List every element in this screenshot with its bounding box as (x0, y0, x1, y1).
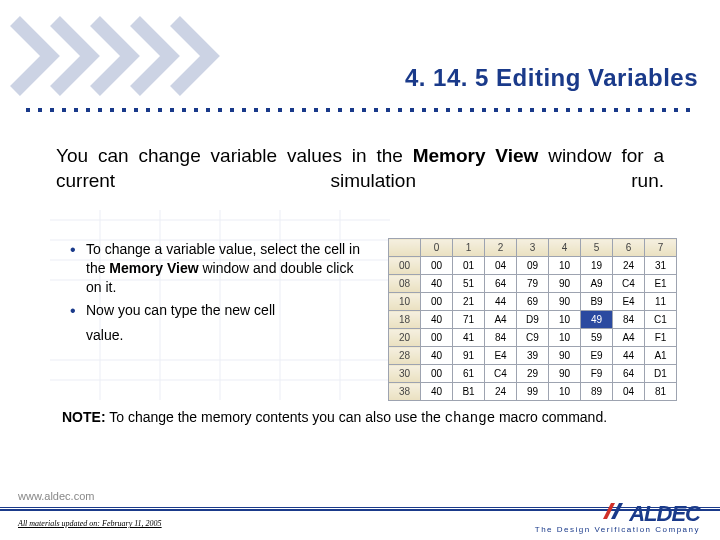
logo-text: ALDEC (629, 501, 700, 527)
memory-cell[interactable]: 61 (453, 365, 485, 383)
table-row: 20004184C91059A4F1 (389, 329, 677, 347)
col-header[interactable]: 1 (453, 239, 485, 257)
note-code: change (445, 410, 495, 426)
row-header[interactable]: 08 (389, 275, 421, 293)
row-header[interactable]: 28 (389, 347, 421, 365)
memory-cell[interactable]: E1 (645, 275, 677, 293)
memory-cell[interactable]: 00 (421, 257, 453, 275)
memory-cell[interactable]: 84 (613, 311, 645, 329)
memory-cell[interactable]: 49 (581, 311, 613, 329)
memory-cell[interactable]: A4 (613, 329, 645, 347)
memory-cell[interactable]: 71 (453, 311, 485, 329)
row-header[interactable]: 20 (389, 329, 421, 347)
memory-cell[interactable]: 41 (453, 329, 485, 347)
col-header[interactable]: 5 (581, 239, 613, 257)
bullet-tail: value. (70, 326, 370, 345)
memory-cell[interactable]: 40 (421, 383, 453, 401)
footer-logo-area: ALDEC The Design Verification Company (535, 501, 700, 534)
memory-cell[interactable]: 00 (421, 293, 453, 311)
note-paragraph: NOTE: To change the memory contents you … (62, 408, 676, 428)
bullet2-text: Now you can type the new cell (86, 302, 275, 318)
memory-cell[interactable]: 10 (549, 257, 581, 275)
col-header[interactable]: 0 (421, 239, 453, 257)
memory-cell[interactable]: 09 (517, 257, 549, 275)
memory-cell[interactable]: 64 (485, 275, 517, 293)
memory-cell[interactable]: 31 (645, 257, 677, 275)
memory-cell[interactable]: C9 (517, 329, 549, 347)
row-header[interactable]: 30 (389, 365, 421, 383)
row-header[interactable]: 10 (389, 293, 421, 311)
memory-cell[interactable]: A4 (485, 311, 517, 329)
col-header[interactable]: 6 (613, 239, 645, 257)
memory-cell[interactable]: F9 (581, 365, 613, 383)
footer-url: www.aldec.com (18, 490, 94, 502)
memory-cell[interactable]: D1 (645, 365, 677, 383)
memory-cell[interactable]: 79 (517, 275, 549, 293)
row-header[interactable]: 00 (389, 257, 421, 275)
memory-cell[interactable]: 64 (613, 365, 645, 383)
col-header[interactable]: 4 (549, 239, 581, 257)
memory-cell[interactable]: E9 (581, 347, 613, 365)
memory-cell[interactable]: D9 (517, 311, 549, 329)
memory-cell[interactable]: 10 (549, 311, 581, 329)
memory-cell[interactable]: 00 (421, 365, 453, 383)
memory-cell[interactable]: 69 (517, 293, 549, 311)
memory-cell[interactable]: 44 (485, 293, 517, 311)
memory-cell[interactable]: 21 (453, 293, 485, 311)
memory-cell[interactable]: A1 (645, 347, 677, 365)
table-row: 3840B1249910890481 (389, 383, 677, 401)
memory-cell[interactable]: F1 (645, 329, 677, 347)
memory-cell[interactable]: 24 (485, 383, 517, 401)
memory-cell[interactable]: E4 (485, 347, 517, 365)
memory-cell[interactable]: 10 (549, 383, 581, 401)
memory-cell[interactable]: 24 (613, 257, 645, 275)
memory-cell[interactable]: 84 (485, 329, 517, 347)
memory-cell[interactable]: C4 (613, 275, 645, 293)
memory-cell[interactable]: 19 (581, 257, 613, 275)
memory-cell[interactable]: 89 (581, 383, 613, 401)
memory-cell[interactable]: 39 (517, 347, 549, 365)
memory-cell[interactable]: 10 (549, 329, 581, 347)
col-header[interactable]: 7 (645, 239, 677, 257)
row-header[interactable]: 38 (389, 383, 421, 401)
memory-cell[interactable]: 90 (549, 347, 581, 365)
table-row: 084051647990A9C4E1 (389, 275, 677, 293)
memory-cell[interactable]: 01 (453, 257, 485, 275)
memory-cell[interactable]: 11 (645, 293, 677, 311)
col-header[interactable]: 3 (517, 239, 549, 257)
memory-cell[interactable]: 90 (549, 365, 581, 383)
memory-cell[interactable]: 04 (485, 257, 517, 275)
memory-cell[interactable]: 40 (421, 275, 453, 293)
col-header[interactable]: 2 (485, 239, 517, 257)
bullet-item-1: To change a variable value, select the c… (70, 240, 370, 297)
table-row: 300061C42990F964D1 (389, 365, 677, 383)
memory-cell[interactable]: C1 (645, 311, 677, 329)
memory-cell[interactable]: 40 (421, 347, 453, 365)
memory-cell[interactable]: 90 (549, 275, 581, 293)
memory-cell[interactable]: B1 (453, 383, 485, 401)
intro-pre: You can change variable values in the (56, 145, 413, 166)
memory-cell[interactable]: 51 (453, 275, 485, 293)
memory-cell[interactable]: C4 (485, 365, 517, 383)
memory-cell[interactable]: 90 (549, 293, 581, 311)
table-row: 284091E43990E944A1 (389, 347, 677, 365)
table-corner (389, 239, 421, 257)
memory-view-table[interactable]: 01234567000001040910192431084051647990A9… (388, 238, 677, 401)
memory-cell[interactable]: 40 (421, 311, 453, 329)
row-header[interactable]: 18 (389, 311, 421, 329)
logo-mark-icon (601, 501, 627, 521)
memory-cell[interactable]: A9 (581, 275, 613, 293)
footer-tagline: The Design Verification Company (535, 525, 700, 534)
memory-cell[interactable]: 44 (613, 347, 645, 365)
memory-cell[interactable]: 81 (645, 383, 677, 401)
memory-cell[interactable]: 99 (517, 383, 549, 401)
table-row: 100021446990B9E411 (389, 293, 677, 311)
memory-cell[interactable]: 91 (453, 347, 485, 365)
memory-cell[interactable]: B9 (581, 293, 613, 311)
memory-cell[interactable]: 29 (517, 365, 549, 383)
memory-cell[interactable]: 00 (421, 329, 453, 347)
memory-cell[interactable]: E4 (613, 293, 645, 311)
memory-cell[interactable]: 04 (613, 383, 645, 401)
note-label: NOTE: (62, 409, 106, 425)
memory-cell[interactable]: 59 (581, 329, 613, 347)
